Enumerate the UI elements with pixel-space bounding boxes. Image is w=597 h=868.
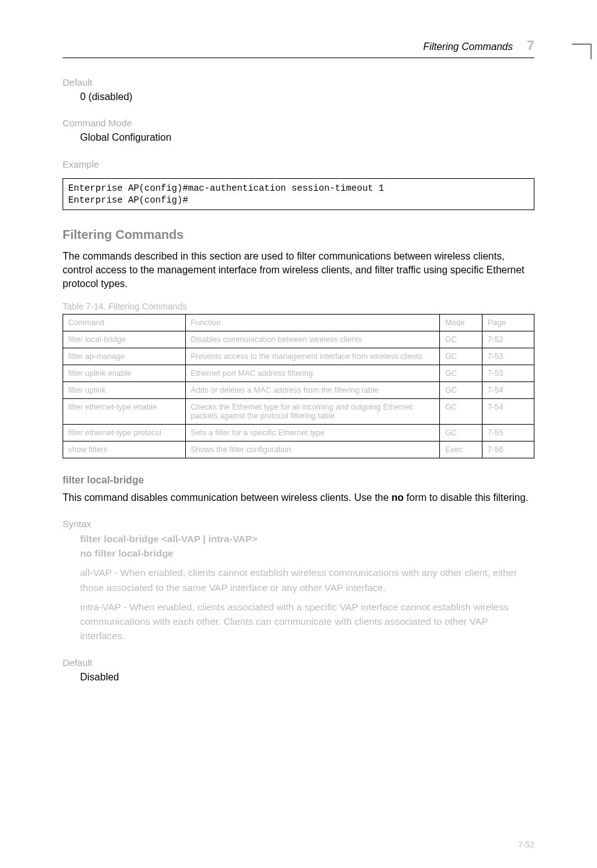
default-value-2: Disabled [80, 670, 534, 684]
th-mode: Mode [440, 315, 482, 331]
table-cell: 7-53 [482, 365, 534, 382]
table-cell: GC [440, 382, 482, 399]
header-title: Filtering Commands [423, 41, 513, 52]
syntax-line-1: filter local-bridge <all-VAP | intra-VAP… [80, 532, 534, 546]
th-command: Command [63, 315, 186, 331]
default-label-2: Default [63, 657, 534, 668]
default-value: 0 (disabled) [80, 90, 534, 104]
command-description: This command disables communication betw… [63, 491, 534, 505]
table-cell: Checks the Ethernet type for all incomin… [185, 399, 440, 425]
table-caption: Table 7-14. Filtering Commands [63, 301, 534, 311]
syntax-label: Syntax [63, 518, 534, 529]
commands-table: Command Function Mode Page filter local-… [63, 314, 534, 458]
table-cell: 7-53 [482, 348, 534, 365]
table-cell: GC [440, 399, 482, 425]
table-cell: filter ethernet-type protocol [63, 425, 186, 442]
syntax-detail-1: all-VAP - When enabled, clients cannot e… [80, 565, 534, 595]
mode-value: Global Configuration [80, 131, 534, 144]
table-cell: 7-55 [482, 425, 534, 442]
table-cell: GC [440, 348, 482, 365]
table-cell: Adds or deletes a MAC address from the f… [185, 382, 440, 399]
page-header: Filtering Commands 7 [63, 38, 534, 58]
table-cell: Disables communication between wireless … [185, 331, 440, 348]
th-function: Function [185, 315, 440, 331]
table-cell: filter local-bridge [63, 331, 186, 348]
page-content: Filtering Commands 7 Default 0 (disabled… [0, 0, 597, 709]
default-label: Default [63, 77, 534, 88]
page-number: 7-52 [518, 840, 534, 849]
table-cell: 7-54 [482, 399, 534, 425]
table-cell: GC [440, 365, 482, 382]
table-cell: Sets a filter for a specific Ethernet ty… [185, 425, 440, 442]
table-cell: show filters [63, 442, 186, 458]
table-cell: Exec [440, 442, 482, 458]
table-row: filter uplinkAdds or deletes a MAC addre… [63, 382, 534, 399]
table-row: filter ethernet-type protocolSets a filt… [63, 425, 534, 442]
example-label: Example [63, 159, 534, 169]
table-cell: filter ap-manage [63, 348, 186, 365]
table-row: filter ethernet-type enableChecks the Et… [63, 399, 534, 425]
table-row: filter ap-managePrevents access to the m… [63, 348, 534, 365]
code-example: Enterprise AP(config)#mac-authentication… [63, 178, 534, 211]
syntax-line-2: no filter local-bridge [80, 546, 534, 560]
table-cell: Shows the filter configuration [185, 442, 440, 458]
cmd-desc-no: no [392, 492, 404, 503]
table-cell: 7-56 [482, 442, 534, 458]
table-cell: GC [440, 425, 482, 442]
syntax-detail-2: intra-VAP - When enabled, clients associ… [80, 600, 534, 643]
mode-label: Command Mode [63, 118, 534, 128]
table-cell: GC [440, 331, 482, 348]
th-page: Page [482, 315, 534, 331]
crop-mark [572, 31, 597, 56]
section-heading: Filtering Commands [63, 228, 534, 242]
table-cell: filter uplink enable [63, 365, 186, 382]
table-cell: filter ethernet-type enable [63, 399, 186, 425]
table-row: show filtersShows the filter configurati… [63, 442, 534, 458]
table-cell: 7-52 [482, 331, 534, 348]
header-number: 7 [527, 38, 534, 53]
syntax-block: filter local-bridge <all-VAP | intra-VAP… [80, 532, 534, 643]
table-row: filter local-bridgeDisables communicatio… [63, 331, 534, 348]
section-body: The commands described in this section a… [63, 250, 534, 290]
table-cell: Ethernet port MAC address filtering [185, 365, 440, 382]
cmd-desc-2: form to disable this filtering. [404, 492, 528, 503]
table-row: filter uplink enableEthernet port MAC ad… [63, 365, 534, 382]
table-cell: Prevents access to the management interf… [185, 348, 440, 365]
table-cell: 7-54 [482, 382, 534, 399]
table-cell: filter uplink [63, 382, 186, 399]
command-heading: filter local-bridge [63, 475, 534, 486]
table-header-row: Command Function Mode Page [63, 315, 534, 331]
cmd-desc-1: This command disables communication betw… [63, 492, 392, 503]
